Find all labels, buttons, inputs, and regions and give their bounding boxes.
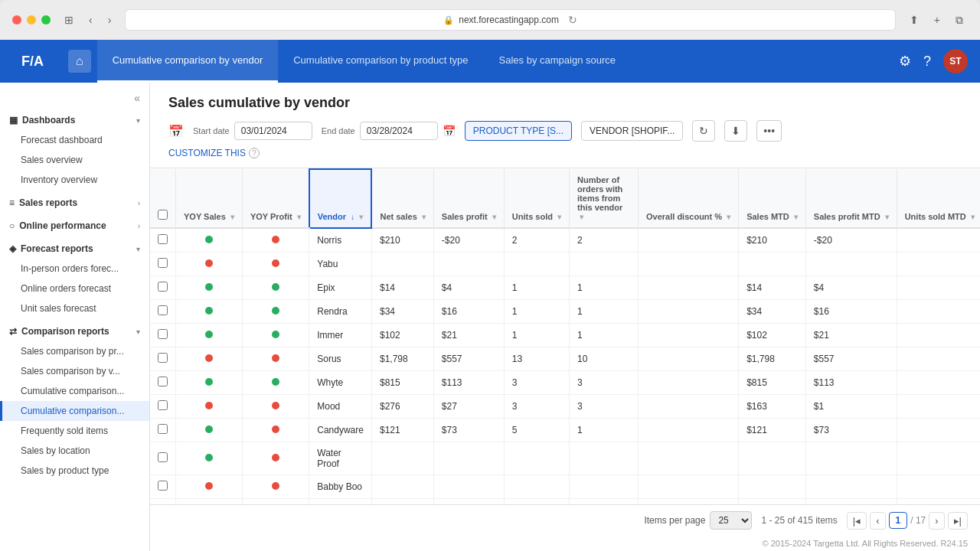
- row-checkbox-4[interactable]: [158, 329, 168, 339]
- tab-vendor[interactable]: Cumulative comparison by vendor: [97, 40, 279, 83]
- sidebar-item-online-orders-forecast[interactable]: Online orders forecast: [0, 279, 149, 298]
- th-sales-mtd[interactable]: Sales MTD ▾: [739, 169, 806, 228]
- th-overall-discount[interactable]: Overall discount % ▾: [639, 169, 739, 228]
- tabs-button[interactable]: ⧉: [951, 12, 968, 28]
- forward-button[interactable]: ›: [103, 12, 116, 28]
- row-checkbox-cell[interactable]: [150, 475, 176, 499]
- share-button[interactable]: ⬆: [905, 12, 923, 28]
- th-units-sold-mtd[interactable]: Units sold MTD ▾: [897, 169, 980, 228]
- sidebar-item-sales-overview[interactable]: Sales overview: [0, 150, 149, 170]
- th-sales-profit-mtd[interactable]: Sales profit MTD ▾: [805, 169, 897, 228]
- url-bar[interactable]: 🔒 next.forecastingapp.com ↻: [125, 9, 895, 31]
- th-num-orders[interactable]: Number of orders with items from this ve…: [570, 169, 639, 228]
- prev-page-button[interactable]: ‹: [870, 512, 885, 530]
- per-page-select[interactable]: 25 50 100: [710, 511, 752, 530]
- th-sales-profit[interactable]: Sales profit ▾: [433, 169, 504, 228]
- tab-campaign[interactable]: Sales by campaign source: [484, 40, 631, 83]
- sidebar-item-unit-sales-forecast[interactable]: Unit sales forecast: [0, 298, 149, 318]
- row-checkbox-cell[interactable]: [150, 419, 176, 442]
- sidebar-section-sales-reports-header[interactable]: ≡ Sales reports ›: [0, 193, 149, 213]
- start-date-input-wrap[interactable]: [234, 122, 312, 140]
- current-page-number[interactable]: 1: [889, 512, 908, 529]
- sidebar-item-inperson-forecast[interactable]: In-person orders forec...: [0, 259, 149, 279]
- sidebar-item-sales-comparison-pr[interactable]: Sales comparison by pr...: [0, 341, 149, 361]
- row-checkbox-8[interactable]: [158, 424, 168, 434]
- help-icon[interactable]: ?: [923, 54, 931, 70]
- row-checkbox-1[interactable]: [158, 258, 168, 268]
- row-checkbox-6[interactable]: [158, 377, 168, 386]
- last-page-button[interactable]: ▸|: [948, 512, 968, 530]
- row-checkbox-0[interactable]: [158, 234, 168, 244]
- sidebar-item-frequently-sold[interactable]: Frequently sold items: [0, 421, 149, 441]
- net-sales-filter-icon[interactable]: ▾: [422, 213, 426, 221]
- sidebar-item-sales-comparison-v[interactable]: Sales comparison by v...: [0, 361, 149, 381]
- sales-profit-mtd-filter-icon[interactable]: ▾: [885, 213, 889, 221]
- close-button[interactable]: [12, 15, 21, 24]
- customize-link[interactable]: CUSTOMIZE THIS ?: [168, 148, 962, 158]
- row-checkbox-cell[interactable]: [150, 276, 176, 300]
- row-checkbox-7[interactable]: [158, 400, 168, 410]
- refresh-button[interactable]: ↻: [692, 120, 715, 142]
- sidebar-item-cumulative-comparison2[interactable]: Cumulative comparison...: [0, 401, 149, 421]
- th-yoy-profit[interactable]: YOY Profit ▾: [242, 169, 309, 228]
- sidebar-section-forecast-reports-header[interactable]: ◈ Forecast reports ▾: [0, 239, 149, 259]
- sales-profit-filter-icon[interactable]: ▾: [492, 213, 496, 221]
- settings-icon[interactable]: ⚙: [899, 53, 911, 70]
- row-checkbox-cell[interactable]: [150, 324, 176, 347]
- sidebar-collapse-button[interactable]: «: [134, 92, 140, 104]
- num-orders-filter-icon[interactable]: ▾: [580, 213, 583, 221]
- row-checkbox-3[interactable]: [158, 305, 168, 315]
- sidebar-section-dashboards-header[interactable]: ▦ Dashboards ▾: [0, 110, 149, 130]
- row-checkbox-10[interactable]: [158, 481, 168, 491]
- end-date-input[interactable]: [367, 126, 431, 136]
- sidebar-section-online-performance-header[interactable]: ○ Online performance ›: [0, 216, 149, 236]
- vendor-filter-button[interactable]: VENDOR [SHOPIF...: [581, 121, 683, 141]
- sidebar-section-comparison-reports-header[interactable]: ⇄ Comparison reports ▾: [0, 321, 149, 341]
- calendar-icon-2[interactable]: 📅: [443, 125, 456, 137]
- vendor-filter-icon[interactable]: ▾: [359, 213, 363, 221]
- maximize-button[interactable]: [41, 15, 51, 24]
- sales-mtd-filter-icon[interactable]: ▾: [794, 213, 798, 221]
- back-button[interactable]: ‹: [84, 12, 97, 28]
- th-vendor[interactable]: Vendor ↓ ▾: [309, 169, 372, 228]
- row-checkbox-cell[interactable]: [150, 499, 176, 505]
- th-select-all[interactable]: [150, 169, 176, 228]
- yoy-profit-filter-icon[interactable]: ▾: [297, 213, 301, 221]
- start-date-input[interactable]: [241, 126, 305, 136]
- overall-discount-filter-icon[interactable]: ▾: [727, 213, 730, 221]
- end-date-input-wrap[interactable]: [360, 122, 438, 140]
- row-checkbox-9[interactable]: [158, 452, 168, 462]
- units-sold-mtd-filter-icon[interactable]: ▾: [971, 213, 975, 221]
- next-page-button[interactable]: ›: [929, 512, 944, 530]
- minimize-button[interactable]: [27, 15, 36, 24]
- th-net-sales[interactable]: Net sales ▾: [371, 169, 433, 228]
- row-checkbox-cell[interactable]: [150, 300, 176, 324]
- new-tab-button[interactable]: +: [929, 12, 945, 28]
- units-sold-filter-icon[interactable]: ▾: [557, 213, 561, 221]
- sidebar-item-cumulative-comparison1[interactable]: Cumulative comparison...: [0, 381, 149, 401]
- sidebar-item-sales-by-product-type[interactable]: Sales by product type: [0, 461, 149, 481]
- sidebar-item-inventory-overview[interactable]: Inventory overview: [0, 170, 149, 190]
- row-checkbox-cell[interactable]: [150, 347, 176, 371]
- sidebar-item-forecast-dashboard[interactable]: Forecast dashboard: [0, 130, 149, 150]
- th-yoy-sales[interactable]: YOY Sales ▾: [176, 169, 243, 228]
- product-type-filter-button[interactable]: PRODUCT TYPE [S...: [465, 121, 572, 141]
- home-button[interactable]: ⌂: [68, 50, 91, 73]
- sidebar-item-sales-by-location[interactable]: Sales by location: [0, 441, 149, 461]
- row-checkbox-cell[interactable]: [150, 395, 176, 419]
- row-checkbox-cell[interactable]: [150, 442, 176, 475]
- tab-product-type[interactable]: Cumulative comparison by product type: [278, 40, 483, 83]
- th-units-sold[interactable]: Units sold ▾: [504, 169, 569, 228]
- row-checkbox-cell[interactable]: [150, 228, 176, 253]
- first-page-button[interactable]: |◂: [847, 512, 867, 530]
- yoy-sales-filter-icon[interactable]: ▾: [230, 213, 234, 221]
- row-checkbox-cell[interactable]: [150, 371, 176, 395]
- row-checkbox-2[interactable]: [158, 282, 168, 292]
- row-checkbox-cell[interactable]: [150, 253, 176, 276]
- row-checkbox-5[interactable]: [158, 353, 168, 363]
- download-button[interactable]: ⬇: [724, 120, 747, 142]
- select-all-checkbox[interactable]: [158, 210, 168, 220]
- reload-icon[interactable]: ↻: [568, 14, 577, 26]
- more-options-button[interactable]: •••: [756, 120, 782, 142]
- user-avatar[interactable]: ST: [943, 49, 968, 73]
